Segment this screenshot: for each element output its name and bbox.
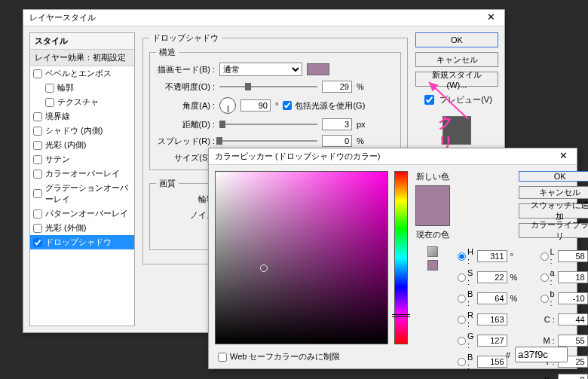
preview-check[interactable]: プレビュー(V)	[415, 93, 498, 107]
distance-slider[interactable]	[219, 120, 317, 129]
bb-input[interactable]	[477, 356, 507, 368]
opacity-slider[interactable]	[219, 82, 317, 91]
m-label: M :	[541, 336, 555, 345]
a-radio[interactable]	[541, 274, 549, 282]
style-item-check[interactable]	[33, 112, 42, 121]
close-icon[interactable]: ✕	[553, 150, 574, 164]
color-field[interactable]	[215, 171, 388, 344]
picker-ring-icon	[260, 264, 268, 272]
s-radio[interactable]	[458, 274, 466, 282]
new-style-button[interactable]: 新規スタイル(W)...	[415, 72, 498, 87]
distance-unit: px	[357, 120, 366, 129]
b-radio[interactable]	[541, 295, 549, 303]
bv-radio[interactable]	[458, 295, 466, 303]
color-library-button[interactable]: カラーライブラリ	[519, 223, 588, 238]
style-item-2[interactable]: テクスチャ	[30, 95, 134, 109]
structure-legend: 構造	[156, 47, 179, 58]
k-label: K :	[541, 375, 555, 379]
style-item-check[interactable]	[33, 170, 42, 179]
style-item-check[interactable]	[33, 189, 42, 198]
layer-style-title: レイヤースタイル	[29, 12, 480, 23]
style-item-label: パターンオーバーレイ	[45, 208, 128, 219]
distance-label: 距離(D) :	[156, 119, 215, 130]
blend-mode-label: 描画モード(B) :	[156, 64, 215, 75]
opacity-input[interactable]	[322, 81, 352, 93]
style-item-check[interactable]	[33, 155, 42, 164]
style-item-1[interactable]: 輪郭	[30, 81, 134, 95]
h-input[interactable]	[477, 250, 507, 262]
spread-slider[interactable]	[219, 136, 317, 145]
style-item-3[interactable]: 境界線	[30, 109, 134, 124]
shadow-color-swatch[interactable]	[307, 63, 329, 75]
s-input[interactable]	[477, 271, 507, 283]
opacity-label: 不透明度(O) :	[156, 81, 215, 93]
style-item-label: グラデーションオーバーレイ	[45, 182, 131, 205]
r-radio[interactable]	[458, 316, 466, 324]
spread-label: スプレッド(R) :	[156, 136, 215, 147]
ok-button[interactable]: OK	[415, 32, 498, 47]
cp-ok-button[interactable]: OK	[519, 171, 588, 182]
l-input[interactable]	[558, 250, 588, 262]
style-item-check[interactable]	[33, 69, 42, 78]
style-item-check[interactable]	[33, 127, 42, 136]
style-item-0[interactable]: ベベルとエンボス	[30, 66, 134, 81]
cancel-button[interactable]: キャンセル	[415, 52, 498, 67]
web-safe-check[interactable]: Web セーフカラーのみに制限	[218, 351, 340, 362]
hue-thumb-icon	[392, 314, 410, 317]
style-item-check[interactable]	[45, 84, 54, 93]
blend-mode-select[interactable]: 通常	[219, 63, 302, 76]
layer-style-titlebar[interactable]: レイヤースタイル ✕	[23, 10, 504, 26]
style-item-check[interactable]	[33, 224, 42, 233]
styles-subheader[interactable]: レイヤー効果：初期設定	[30, 50, 134, 66]
websafe-swatch-icon[interactable]	[427, 260, 438, 270]
style-item-7[interactable]: カラーオーバーレイ	[30, 167, 134, 181]
r-input[interactable]	[477, 313, 507, 326]
hue-slider[interactable]	[394, 171, 408, 344]
bv-input[interactable]	[477, 292, 507, 304]
contour-label: 輪郭	[156, 194, 215, 205]
hex-input[interactable]	[515, 347, 568, 362]
style-item-check[interactable]	[45, 98, 54, 107]
color-picker-titlebar[interactable]: カラーピッカー (ドロップシャドウのカラー) ✕	[209, 148, 577, 165]
style-item-6[interactable]: サテン	[30, 152, 134, 167]
spread-input[interactable]	[322, 135, 352, 147]
bb-radio[interactable]	[458, 358, 466, 366]
c-input[interactable]	[558, 313, 588, 326]
k-input[interactable]	[558, 374, 588, 379]
styles-header: スタイル	[30, 33, 134, 50]
color-preview: 新しい色 現在の色	[415, 171, 450, 362]
close-icon[interactable]: ✕	[480, 11, 501, 25]
style-item-8[interactable]: グラデーションオーバーレイ	[30, 181, 134, 206]
drop-shadow-legend: ドロップシャドウ	[149, 32, 222, 44]
style-item-check[interactable]	[33, 238, 42, 247]
g-input[interactable]	[477, 335, 507, 347]
angle-dial[interactable]	[219, 97, 236, 114]
style-item-4[interactable]: シャドウ (内側)	[30, 124, 134, 138]
h-radio[interactable]	[458, 252, 466, 261]
angle-input[interactable]	[240, 99, 271, 112]
style-item-5[interactable]: 光彩 (内側)	[30, 138, 134, 152]
opacity-unit: %	[357, 82, 364, 91]
style-item-label: 光彩 (外側)	[45, 222, 86, 234]
spread-unit: %	[357, 136, 364, 145]
b-input[interactable]	[558, 292, 588, 304]
a-input[interactable]	[558, 271, 588, 283]
l-radio[interactable]	[541, 252, 549, 261]
new-color-swatch[interactable]	[416, 186, 449, 206]
style-item-label: 光彩 (内側)	[45, 139, 86, 151]
m-input[interactable]	[558, 335, 588, 347]
g-radio[interactable]	[458, 337, 466, 345]
style-item-10[interactable]: 光彩 (外側)	[30, 221, 134, 235]
cp-cancel-button[interactable]: キャンセル	[519, 186, 588, 199]
style-item-check[interactable]	[33, 209, 42, 219]
add-swatch-button[interactable]: スウォッチに追加	[519, 203, 588, 219]
style-item-label: ドロップシャドウ	[45, 237, 112, 248]
distance-input[interactable]	[322, 118, 352, 130]
style-item-11[interactable]: ドロップシャドウ	[30, 235, 134, 249]
style-item-9[interactable]: パターンオーバーレイ	[30, 206, 134, 221]
gamut-warning-icon[interactable]	[427, 246, 438, 257]
style-item-check[interactable]	[33, 141, 42, 150]
styles-list: スタイル レイヤー効果：初期設定 ベベルとエンボス輪郭テクスチャ境界線シャドウ …	[29, 32, 135, 326]
current-color-swatch[interactable]	[416, 206, 449, 225]
global-light-check[interactable]: 包括光源を使用(G)	[283, 100, 365, 112]
